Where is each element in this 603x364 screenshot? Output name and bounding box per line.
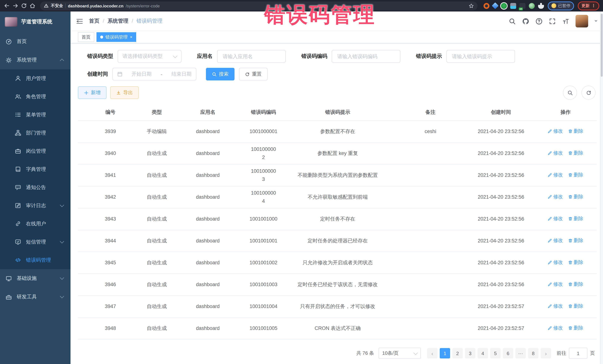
font-size-icon[interactable] bbox=[562, 18, 569, 25]
hamburger-icon[interactable] bbox=[76, 18, 83, 25]
sidebar-item[interactable]: 菜单管理 bbox=[0, 106, 70, 124]
sidebar-item[interactable]: 短信管理 bbox=[0, 233, 70, 251]
profile-paused-chip[interactable]: 已暂停 bbox=[548, 1, 574, 10]
sidebar-item[interactable]: 基础设施 bbox=[0, 269, 70, 288]
sidebar-item[interactable]: 字典管理 bbox=[0, 160, 70, 178]
sidebar-logo[interactable]: 芋道管理系统 bbox=[0, 11, 70, 32]
create-time-range-picker[interactable]: 开始日期 - 结束日期 bbox=[112, 68, 196, 80]
delete-link[interactable]: 删除 bbox=[568, 171, 583, 179]
sidebar-item[interactable]: 部门管理 bbox=[0, 124, 70, 142]
sidebar-item[interactable]: 通知公告 bbox=[0, 178, 70, 197]
url-bar[interactable]: 不安全 dashboard.yudao.iocoder.cn/system/er… bbox=[40, 1, 477, 10]
page-number-button[interactable]: 1 bbox=[440, 348, 450, 358]
breadcrumb-item[interactable]: 错误码管理 bbox=[128, 18, 162, 24]
delete-link[interactable]: 删除 bbox=[568, 280, 583, 288]
sidebar-item[interactable]: 错误码管理 bbox=[0, 251, 70, 269]
page-number-button[interactable]: 8 bbox=[528, 348, 538, 358]
edit-link[interactable]: 修改 bbox=[548, 171, 563, 179]
sidebar-item[interactable]: 首页 bbox=[0, 32, 70, 51]
edit-link[interactable]: 修改 bbox=[548, 324, 563, 332]
home-icon[interactable] bbox=[29, 3, 36, 9]
ext-green-v-icon[interactable] bbox=[501, 3, 507, 9]
sidebar-item[interactable]: 在线用户 bbox=[0, 215, 70, 233]
reset-button[interactable]: 重置 bbox=[239, 68, 267, 80]
top-navbar: 首页 系统管理 错误码管理 bbox=[70, 11, 603, 31]
export-button[interactable]: 导出 bbox=[110, 86, 139, 99]
cell-code: 1001001001 bbox=[245, 230, 282, 252]
delete-link[interactable]: 删除 bbox=[568, 149, 583, 157]
edit-link[interactable]: 修改 bbox=[548, 149, 563, 157]
prev-page-button[interactable]: ‹ bbox=[427, 348, 438, 358]
sidebar-item[interactable]: 岗位管理 bbox=[0, 142, 70, 160]
delete-link[interactable]: 删除 bbox=[568, 127, 583, 135]
error-type-select[interactable]: 请选择错误码类型 bbox=[118, 50, 181, 63]
refresh-table-button[interactable] bbox=[581, 86, 596, 100]
browser-menu-icon[interactable]: ⋮ bbox=[591, 3, 596, 8]
search-button[interactable]: 搜索 bbox=[206, 68, 234, 80]
caret-down-icon[interactable] bbox=[594, 20, 597, 23]
next-page-button[interactable]: › bbox=[541, 348, 551, 358]
page-number-button[interactable]: 3 bbox=[465, 348, 475, 358]
delete-link[interactable]: 删除 bbox=[568, 193, 583, 201]
page-number-button[interactable]: 4 bbox=[477, 348, 488, 358]
page-size-select[interactable]: 10条/页 bbox=[379, 348, 421, 359]
goto-page-input[interactable] bbox=[569, 348, 587, 359]
forward-icon[interactable] bbox=[12, 3, 19, 9]
delete-link[interactable]: 删除 bbox=[568, 237, 583, 244]
filter-hint-label: 错误码提示 bbox=[416, 53, 442, 60]
edit-link[interactable]: 修改 bbox=[548, 280, 563, 288]
show-search-toggle-button[interactable] bbox=[563, 86, 577, 100]
tab[interactable]: 首页 × bbox=[78, 32, 94, 42]
users-icon bbox=[15, 93, 21, 100]
edit-link[interactable]: 修改 bbox=[548, 127, 563, 135]
ext-switch-icon[interactable]: on bbox=[520, 3, 525, 9]
page-number-button[interactable]: 6 bbox=[503, 348, 513, 358]
github-icon[interactable] bbox=[522, 18, 529, 25]
edit-link[interactable]: 修改 bbox=[548, 302, 563, 310]
delete-link[interactable]: 删除 bbox=[568, 215, 583, 223]
table-row: 3942 自动生成 dashboard 100100000 4 不允许获取敏感配… bbox=[78, 186, 597, 208]
tab[interactable]: 错误码管理 × bbox=[96, 32, 136, 42]
ext-grid-icon[interactable] bbox=[510, 3, 516, 9]
extensions-puzzle-icon[interactable] bbox=[538, 3, 544, 9]
browser-update-button[interactable]: 更新 ⋮ bbox=[578, 1, 599, 10]
edit-link[interactable]: 修改 bbox=[548, 259, 563, 266]
breadcrumb-item[interactable]: 系统管理 bbox=[99, 18, 128, 24]
cell-remark bbox=[393, 186, 468, 208]
tab-close-icon[interactable]: × bbox=[130, 35, 132, 39]
scrollbar-thumb[interactable] bbox=[601, 14, 603, 77]
sidebar-item-label: 系统管理 bbox=[17, 57, 37, 63]
add-button[interactable]: 新增 bbox=[78, 86, 106, 99]
breadcrumb-item[interactable]: 首页 bbox=[89, 18, 99, 24]
cell-app: dashboard bbox=[171, 164, 245, 186]
page-number-button[interactable]: ··· bbox=[515, 348, 526, 358]
delete-link[interactable]: 删除 bbox=[568, 324, 583, 332]
scrollbar[interactable] bbox=[600, 11, 603, 364]
sidebar-item[interactable]: 审计日志 bbox=[0, 197, 70, 215]
cell-time: 2021-04-20 23:52:56 bbox=[468, 274, 534, 296]
delete-link[interactable]: 删除 bbox=[568, 302, 583, 310]
back-icon[interactable] bbox=[4, 3, 10, 9]
sidebar-item[interactable]: 用户管理 bbox=[0, 69, 70, 88]
app-name-input[interactable] bbox=[222, 53, 281, 59]
page-number-button[interactable]: 5 bbox=[490, 348, 500, 358]
edit-link[interactable]: 修改 bbox=[548, 237, 563, 244]
search-icon[interactable] bbox=[509, 18, 516, 25]
delete-link[interactable]: 删除 bbox=[568, 259, 583, 266]
page-number-button[interactable]: 2 bbox=[452, 348, 463, 358]
help-icon[interactable] bbox=[535, 18, 543, 25]
fullscreen-icon[interactable] bbox=[549, 18, 556, 25]
sidebar-item[interactable]: 研发工具 bbox=[0, 288, 70, 306]
reload-icon[interactable] bbox=[21, 3, 27, 9]
bookmark-star-icon[interactable] bbox=[469, 3, 474, 8]
error-code-input[interactable] bbox=[336, 53, 395, 59]
sidebar-item[interactable]: 系统管理 bbox=[0, 51, 70, 69]
edit-link[interactable]: 修改 bbox=[548, 193, 563, 201]
sidebar-item[interactable]: 角色管理 bbox=[0, 88, 70, 106]
avatar[interactable] bbox=[576, 15, 588, 27]
error-hint-input[interactable] bbox=[451, 53, 510, 59]
ext-blue-gem-icon[interactable] bbox=[492, 2, 499, 9]
ext-orange-circle-icon[interactable] bbox=[484, 3, 489, 9]
edit-link[interactable]: 修改 bbox=[548, 215, 563, 223]
ext-key-icon[interactable] bbox=[529, 3, 535, 9]
